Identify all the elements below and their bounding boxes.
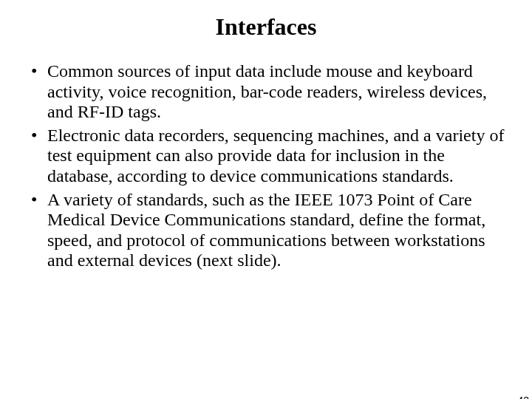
list-item: Common sources of input data include mou… bbox=[27, 61, 505, 123]
slide-body: Common sources of input data include mou… bbox=[0, 61, 532, 271]
slide-title: Interfaces bbox=[0, 13, 532, 41]
slide: Interfaces Common sources of input data … bbox=[0, 13, 532, 399]
page-number: 42 bbox=[517, 395, 529, 399]
list-item: Electronic data recorders, sequencing ma… bbox=[27, 126, 505, 187]
list-item: A variety of standards, such as the IEEE… bbox=[27, 190, 505, 271]
bullet-list: Common sources of input data include mou… bbox=[27, 61, 505, 271]
